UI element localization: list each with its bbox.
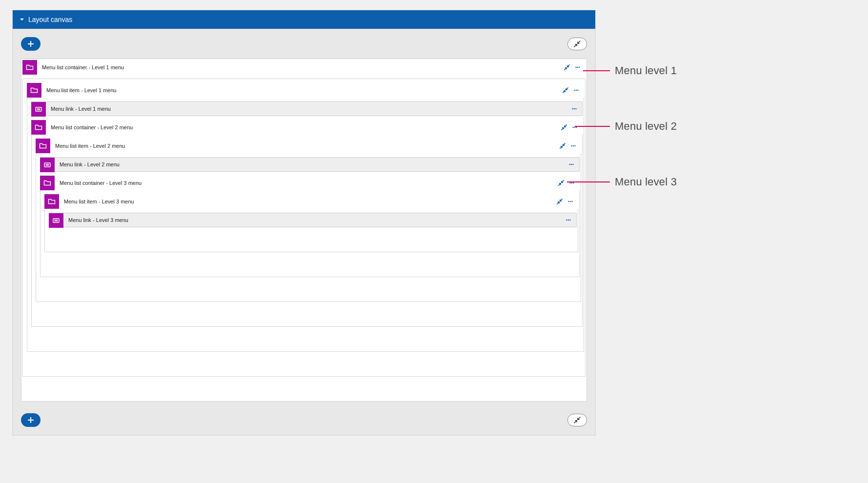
annotation-1: Menu level 1	[615, 64, 677, 77]
svg-rect-32	[53, 219, 59, 222]
row-actions	[560, 120, 583, 135]
folder-icon	[31, 120, 46, 135]
annotation-line-2	[575, 126, 610, 127]
svg-point-37	[569, 220, 570, 221]
collapse-row-icon[interactable]	[562, 86, 569, 94]
l2-item-row[interactable]: Menu list item - Level 2 menu	[36, 139, 581, 153]
l2-link-row[interactable]: Menu link - Level 2 menu	[40, 157, 580, 172]
svg-point-14	[572, 127, 573, 128]
plus-icon	[27, 417, 34, 423]
svg-point-7	[577, 90, 578, 91]
canvas-area: Menu list container - Level 1 menu	[21, 59, 587, 402]
link-icon	[31, 102, 46, 117]
svg-point-24	[571, 164, 572, 165]
svg-point-5	[574, 90, 575, 91]
folder-icon	[27, 83, 41, 98]
plus-icon	[27, 40, 34, 47]
annotation-line-1	[583, 70, 610, 71]
more-icon[interactable]	[568, 179, 576, 187]
svg-rect-8	[36, 107, 41, 111]
top-toolbar	[21, 37, 587, 51]
l3-item-block: Menu list item - Level 3 menu	[44, 194, 578, 252]
collapse-button-bottom[interactable]	[567, 414, 587, 426]
l3-item-children: Menu link - Level 3 menu	[44, 209, 578, 252]
folder-icon	[40, 176, 55, 190]
svg-rect-39	[28, 420, 34, 421]
l1-link-block: Menu link - Level 1 menu	[31, 101, 583, 116]
collapse-row-icon[interactable]	[557, 179, 565, 187]
l2-children: Menu list item - Level 2 menu	[31, 135, 583, 327]
row-actions	[567, 158, 579, 171]
more-icon[interactable]	[572, 86, 580, 94]
svg-point-31	[571, 201, 572, 202]
add-button-bottom[interactable]	[21, 413, 40, 427]
l2-link-label: Menu link - Level 2 menu	[55, 158, 567, 171]
svg-point-4	[579, 67, 580, 68]
collapse-row-icon[interactable]	[556, 198, 564, 205]
more-icon[interactable]	[571, 123, 579, 131]
l2-container-row[interactable]: Menu list container - Level 2 menu	[31, 120, 583, 135]
l1-item-block: Menu list item - Level 1 menu	[27, 83, 584, 352]
l3-link-block: Menu link - Level 3 menu	[49, 213, 577, 227]
l1-item-label: Menu list item - Level 1 menu	[41, 83, 562, 98]
svg-point-6	[576, 90, 577, 91]
l1-container-block: Menu list container - Level 1 menu	[22, 60, 585, 377]
add-button[interactable]	[21, 37, 40, 51]
l1-container-row[interactable]: Menu list container - Level 1 menu	[22, 60, 585, 75]
row-actions	[559, 139, 581, 153]
annotation-3: Menu level 3	[615, 176, 677, 188]
row-actions	[562, 83, 584, 98]
svg-point-12	[574, 108, 575, 109]
folder-icon	[36, 139, 50, 153]
collapse-row-icon[interactable]	[559, 142, 566, 150]
more-icon[interactable]	[574, 63, 582, 71]
l1-link-label: Menu link - Level 1 menu	[46, 102, 570, 116]
svg-rect-20	[44, 163, 50, 167]
collapse-row-icon[interactable]	[563, 63, 571, 71]
l2-item-label: Menu list item - Level 2 menu	[50, 139, 559, 153]
l3-container-label: Menu list container - Level 3 menu	[55, 176, 557, 190]
more-icon[interactable]	[570, 105, 578, 113]
link-icon	[40, 158, 55, 172]
collapse-row-icon[interactable]	[560, 123, 568, 131]
svg-point-13	[575, 108, 576, 109]
row-actions	[565, 213, 576, 227]
svg-point-11	[572, 108, 573, 109]
l3-container-block: Menu list container - Level 3 menu	[40, 176, 580, 277]
panel-header[interactable]: Layout canvas	[13, 10, 595, 29]
collapse-button[interactable]	[567, 38, 587, 50]
l1-item-row[interactable]: Menu list item - Level 1 menu	[27, 83, 584, 98]
link-icon	[49, 213, 63, 228]
l3-container-row[interactable]: Menu list container - Level 3 menu	[40, 176, 580, 190]
l2-container-block: Menu list container - Level 2 menu	[31, 120, 583, 327]
svg-point-35	[566, 220, 567, 221]
l2-container-label: Menu list container - Level 2 menu	[46, 120, 560, 135]
l3-link-label: Menu link - Level 3 menu	[63, 213, 565, 227]
svg-point-19	[574, 145, 575, 146]
svg-rect-1	[28, 43, 34, 44]
panel-title: Layout canvas	[28, 16, 72, 23]
svg-point-30	[570, 201, 571, 202]
bottom-toolbar	[21, 413, 587, 427]
svg-point-36	[568, 220, 569, 221]
row-actions	[557, 176, 580, 190]
folder-icon	[22, 60, 37, 75]
more-icon[interactable]	[569, 142, 577, 150]
l3-item-row[interactable]: Menu list item - Level 3 menu	[44, 194, 578, 209]
l3-link-row[interactable]: Menu link - Level 3 menu	[49, 213, 577, 227]
caret-down-icon	[20, 17, 24, 22]
l3-item-label: Menu list item - Level 3 menu	[59, 194, 556, 209]
row-actions	[570, 102, 582, 116]
panel-body: Menu list container - Level 1 menu	[13, 29, 595, 435]
more-icon[interactable]	[566, 198, 574, 205]
l1-link-row[interactable]: Menu link - Level 1 menu	[31, 101, 583, 116]
l3-children: Menu list item - Level 3 menu	[40, 190, 580, 277]
l1-item-children: Menu link - Level 1 menu	[27, 98, 584, 352]
more-icon[interactable]	[567, 161, 575, 168]
annotation-line-3	[567, 181, 610, 182]
svg-point-28	[573, 182, 574, 183]
svg-point-3	[577, 67, 578, 68]
folder-icon	[44, 194, 59, 209]
collapse-icon	[574, 417, 581, 423]
more-icon[interactable]	[565, 216, 572, 224]
